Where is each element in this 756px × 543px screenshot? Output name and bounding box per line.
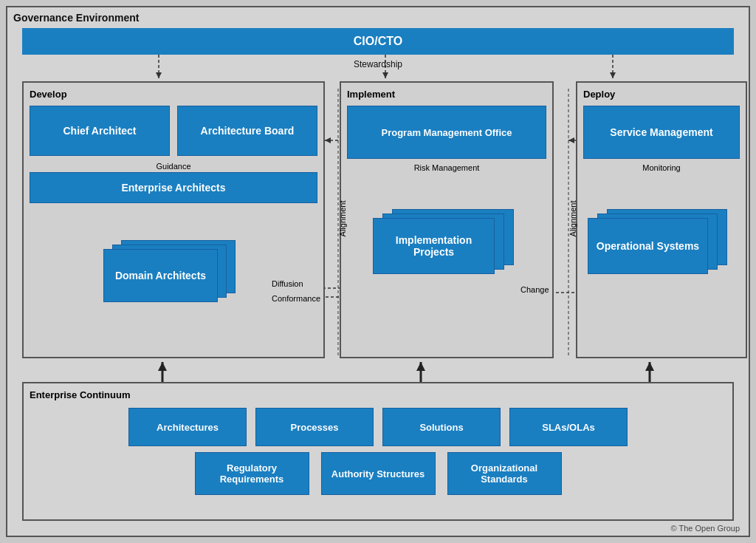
svg-marker-36 xyxy=(645,362,654,371)
op-systems-container: Operational Systems xyxy=(588,209,735,276)
svg-marker-33 xyxy=(416,362,425,371)
regulatory-req-box: Regulatory Requirements xyxy=(195,452,309,495)
diffusion-label: Diffusion xyxy=(272,279,303,288)
ec-row-2: Regulatory Requirements Authority Struct… xyxy=(30,452,726,495)
implement-title: Implement xyxy=(347,89,546,100)
deploy-title: Deploy xyxy=(583,89,740,100)
svg-marker-1 xyxy=(156,72,162,78)
impl-projects-box: Implementation Projects xyxy=(373,218,495,274)
svg-marker-18 xyxy=(325,137,331,143)
authority-struct-box: Authority Structures xyxy=(321,452,436,495)
implement-section: Implement Program Management Office Risk… xyxy=(340,81,554,358)
alignment-left-label: Alignment xyxy=(338,201,347,237)
org-standards-box: Organizational Standards xyxy=(447,452,562,495)
outer-frame: Governance Environment CIO/CTO xyxy=(6,6,750,537)
processes-box: Processes xyxy=(255,408,374,446)
deploy-section: Deploy Service Management Monitoring Ope… xyxy=(576,81,747,358)
cio-cto-banner: CIO/CTO xyxy=(22,28,734,55)
diagram-title: Governance Environment xyxy=(13,12,139,24)
solutions-box: Solutions xyxy=(382,408,501,446)
alignment-right-label: Alignment xyxy=(568,201,577,237)
arch-board-box: Architecture Board xyxy=(177,106,317,156)
architectures-box: Architectures xyxy=(128,408,247,446)
develop-title: Develop xyxy=(30,89,317,100)
impl-projects-container: Implementation Projects xyxy=(373,209,520,276)
ec-row-1: Architectures Processes Solutions SLAs/O… xyxy=(30,408,726,446)
svg-marker-30 xyxy=(158,362,167,371)
copyright: © The Open Group xyxy=(670,524,740,533)
risk-label: Risk Management xyxy=(347,163,546,172)
conformance-label: Conformance xyxy=(272,294,320,303)
develop-section: Develop Chief Architect Architecture Boa… xyxy=(22,81,325,358)
chief-architect-box: Chief Architect xyxy=(30,106,170,156)
op-systems-box: Operational Systems xyxy=(588,218,708,274)
enterprise-continuum-section: Enterprise Continuum Architectures Proce… xyxy=(22,382,734,521)
stewardship-label: Stewardship xyxy=(354,59,402,69)
cio-cto-label: CIO/CTO xyxy=(354,35,402,48)
guidance-label: Guidance xyxy=(30,162,317,171)
ec-title: Enterprise Continuum xyxy=(30,389,726,400)
change-label: Change xyxy=(520,285,549,294)
service-mgmt-box: Service Management xyxy=(583,106,740,159)
svg-marker-20 xyxy=(568,137,574,143)
domain-architects-box: Domain Architects xyxy=(103,249,218,302)
svg-marker-3 xyxy=(382,72,388,78)
svg-marker-5 xyxy=(610,72,616,78)
enterprise-architects-box: Enterprise Architects xyxy=(30,172,317,203)
pmo-box: Program Management Office xyxy=(347,106,546,159)
monitoring-label: Monitoring xyxy=(583,163,740,172)
domain-architects-container: Domain Architects xyxy=(103,240,244,307)
slas-olas-box: SLAs/OLAs xyxy=(509,408,628,446)
